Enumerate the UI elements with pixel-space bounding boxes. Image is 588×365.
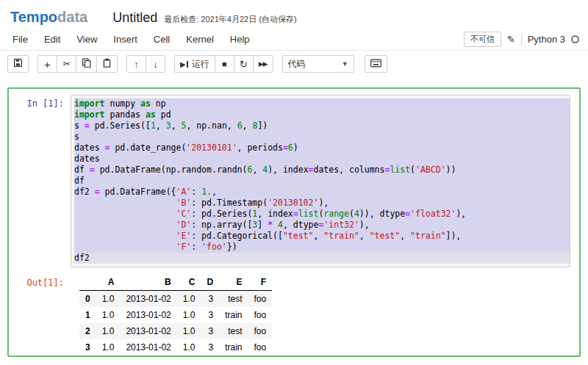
- table-cell: 2013-01-02: [120, 339, 176, 355]
- table-cell: 1.0: [177, 339, 201, 355]
- menu-view[interactable]: View: [68, 29, 105, 49]
- cell-type-dropdown[interactable]: 代码 ▼: [282, 55, 354, 73]
- table-cell: 1.0: [96, 291, 121, 308]
- menu-insert[interactable]: Insert: [105, 29, 146, 49]
- code-line: s: [74, 131, 570, 142]
- code-line: df2 = pd.DataFrame({'A': 1.,: [74, 187, 570, 198]
- code-editor[interactable]: import numpy as npimport pandas as pds =…: [71, 95, 570, 267]
- refresh-icon: ↻: [240, 59, 248, 70]
- code-line: import pandas as pd: [74, 109, 570, 120]
- restart-run-all-button[interactable]: ▶▶: [253, 55, 273, 73]
- table-cell: 3: [201, 323, 219, 339]
- code-line: 'C': pd.Series(1, index=list(range(4)), …: [74, 209, 570, 220]
- cell-type-value: 代码: [288, 58, 306, 71]
- fast-forward-icon: ▶▶: [259, 60, 268, 68]
- table-row: 21.02013-01-021.03testfoo: [79, 323, 272, 339]
- chevron-down-icon: ▼: [342, 60, 348, 68]
- code-line: 'E': pd.Categorical(["test", "train", "t…: [74, 231, 570, 242]
- menu-edit[interactable]: Edit: [36, 29, 68, 49]
- arrow-up-icon: ↑: [134, 59, 139, 70]
- code-line: df: [74, 176, 570, 187]
- clipboard-icon: [102, 58, 112, 70]
- menu-kernel[interactable]: Kernel: [178, 29, 222, 49]
- table-cell: foo: [248, 339, 272, 355]
- notebook-header: Tempodata Untitled 最后检查: 2021年4月22日 (自动保…: [0, 0, 588, 29]
- checkpoint-status: 最后检查: 2021年4月22日 (自动保存): [164, 14, 296, 25]
- restart-kernel-button[interactable]: ↻: [234, 55, 254, 73]
- copy-cell-button[interactable]: [76, 55, 97, 73]
- edit-mode-pencil-icon: ✎: [507, 34, 515, 45]
- code-line: dates: [74, 153, 570, 165]
- arrow-down-icon: ↓: [153, 59, 158, 70]
- save-button[interactable]: [7, 55, 29, 73]
- scissors-icon: ✂: [62, 59, 70, 69]
- input-prompt: In [1]:: [9, 95, 71, 267]
- table-cell: test: [219, 323, 248, 339]
- play-step-bar: [187, 61, 188, 68]
- kernel-indicator-area: 不可信 ✎ Python 3: [464, 32, 579, 47]
- menu-file[interactable]: File: [4, 29, 36, 49]
- table-row: 01.02013-01-021.03testfoo: [79, 291, 272, 308]
- kernel-idle-icon: [571, 35, 579, 43]
- code-line: df = pd.DataFrame(np.random.randn(6, 4),…: [74, 165, 570, 176]
- code-line: 'F': 'foo'}): [74, 242, 570, 253]
- output-area: ABCDEF 01.02013-01-021.03testfoo11.02013…: [71, 274, 579, 355]
- trust-button[interactable]: 不可信: [464, 32, 501, 47]
- copy-icon: [82, 58, 91, 70]
- table-cell: foo: [248, 323, 272, 339]
- row-index: 3: [79, 339, 96, 355]
- index-corner-cell: [79, 274, 96, 291]
- row-index: 1: [79, 307, 96, 323]
- column-header: C: [177, 274, 201, 291]
- table-cell: 1.0: [96, 339, 121, 355]
- table-cell: 1.0: [177, 291, 201, 308]
- kernel-name: Python 3: [528, 34, 565, 45]
- table-cell: 1.0: [96, 307, 121, 323]
- row-index: 2: [79, 323, 96, 339]
- paste-cell-button[interactable]: [96, 55, 118, 73]
- menu-help[interactable]: Help: [222, 29, 258, 49]
- cut-cell-button[interactable]: ✂: [57, 55, 76, 73]
- output-prompt: Out[1]:: [9, 274, 71, 355]
- table-row: 31.02013-01-021.03trainfoo: [79, 339, 272, 355]
- code-cell[interactable]: In [1]: import numpy as npimport pandas …: [7, 87, 581, 357]
- menu-cell[interactable]: Cell: [146, 29, 178, 49]
- table-cell: 2013-01-02: [120, 323, 176, 339]
- run-label: 运行: [192, 58, 209, 71]
- command-palette-button[interactable]: [365, 55, 387, 73]
- move-cell-down-button[interactable]: ↓: [146, 55, 165, 73]
- stop-icon: ■: [222, 59, 227, 68]
- column-header: F: [248, 274, 272, 291]
- add-cell-button[interactable]: +: [37, 55, 57, 73]
- table-cell: train: [219, 307, 248, 323]
- notebook-title[interactable]: Untitled: [112, 10, 157, 26]
- notebook-area: In [1]: import numpy as npimport pandas …: [0, 79, 588, 357]
- table-cell: foo: [248, 291, 272, 308]
- code-line: dates = pd.date_range('20130101', period…: [74, 142, 570, 153]
- play-step-icon: ▶: [180, 60, 186, 68]
- code-line: 'D': np.array([3] * 4, dtype='int32'),: [74, 220, 570, 231]
- interrupt-kernel-button[interactable]: ■: [215, 55, 234, 73]
- code-line: df2: [74, 253, 570, 264]
- table-cell: 1.0: [96, 323, 121, 339]
- table-cell: 2013-01-02: [120, 291, 176, 308]
- dataframe-table: ABCDEF 01.02013-01-021.03testfoo11.02013…: [79, 274, 272, 355]
- row-index: 0: [79, 291, 96, 308]
- menu-bar: FileEditViewInsertCellKernelHelp 不可信 ✎ P…: [0, 29, 588, 51]
- table-cell: 3: [201, 291, 219, 308]
- table-cell: 3: [201, 307, 219, 323]
- column-header: B: [120, 274, 176, 291]
- table-cell: test: [219, 291, 248, 308]
- table-row: 11.02013-01-021.03trainfoo: [79, 307, 272, 323]
- table-cell: 2013-01-02: [120, 307, 176, 323]
- table-cell: 3: [201, 339, 219, 355]
- toolbar: + ✂ ↑ ↓ ▶ 运行 ■ ↻ ▶▶ 代码 ▼: [0, 51, 588, 79]
- app-logo[interactable]: Tempodata: [10, 9, 87, 26]
- table-cell: 1.0: [177, 323, 201, 339]
- run-cell-button[interactable]: ▶ 运行: [174, 55, 215, 73]
- table-cell: foo: [248, 307, 272, 323]
- column-header: A: [96, 274, 121, 291]
- move-cell-up-button[interactable]: ↑: [126, 55, 146, 73]
- cell-input-row: In [1]: import numpy as npimport pandas …: [9, 95, 579, 267]
- floppy-icon: [13, 58, 23, 70]
